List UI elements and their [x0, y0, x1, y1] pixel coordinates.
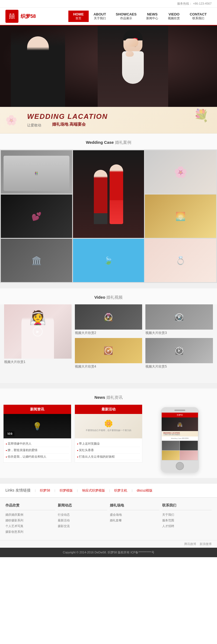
grid-item-6[interactable]: 🏛️ — [1, 239, 72, 282]
wedding-banner-title: WEDDING LACATION — [27, 112, 108, 121]
social-item-1[interactable]: 腾讯微博 — [184, 542, 196, 546]
hand-img-8: 💍 — [145, 239, 216, 282]
grid-item-7[interactable]: 🍃 — [73, 239, 144, 282]
flower-icon-3: 🌸 — [174, 166, 187, 178]
grid-inner-6: 🏛️ — [1, 239, 72, 282]
nav-contact-zh: 联系我们 — [190, 16, 207, 20]
grid-item-4[interactable]: 💕 — [1, 195, 72, 238]
nav-news-zh: 新闻中心 — [146, 16, 158, 20]
news-items-2: 带上这对笑颜朵 笑红头香香 打造出人生让幸福的好旅程 — [75, 438, 142, 462]
footer-link-1-3[interactable]: 个人艺术写真 — [5, 523, 55, 529]
footer-link-4-1[interactable]: 关于我们 — [162, 512, 212, 518]
nav-about-en: ABOUT — [94, 12, 106, 16]
links-sep-0: | — [35, 489, 36, 492]
link-item-2[interactable]: 织梦模版 — [60, 488, 73, 493]
nav-contact[interactable]: CONTACT 联系我们 — [185, 11, 212, 22]
phone-home-btn[interactable] — [176, 462, 184, 470]
footer-col-3-title: 婚礼场地 — [110, 503, 159, 510]
hero-photo: 🌹 — [98, 25, 168, 107]
news-card-2-img: 🌼 不要害怕自己不聪明，也不要害怕缺一个努力的 — [75, 414, 142, 438]
figure-dress — [122, 51, 144, 84]
footer-link-1-1[interactable]: 婚庆婚庆案例 — [5, 512, 55, 518]
footer-link-1-2[interactable]: 婚纱摄影系列 — [5, 518, 55, 523]
footer-link-3-1[interactable]: 盛会场地 — [110, 512, 159, 518]
news-item-2-1[interactable]: 带上这对笑颜朵 — [77, 441, 140, 447]
video-item-3[interactable]: 📷 ▶ 视频大片欣赏3 — [145, 304, 213, 336]
news-item-1-2[interactable]: 撩，塑造浪漫初的爱情 — [6, 447, 69, 454]
video-item-5[interactable]: 🎬 ▶ 视频大片欣赏5 — [145, 338, 213, 369]
man-red — [94, 170, 107, 224]
hero-content: 🌹 — [0, 25, 217, 107]
wedding-banner: 🌸 WEDDING LACATION 让爱敢动 婚礼场地 高端宴会 💐 — [0, 107, 217, 133]
hotline-number: +86-123-4567 — [193, 2, 212, 5]
grid-inner-3: 🌸 — [145, 150, 216, 194]
news-item-1-3[interactable]: 你亦是我，让婚约前去和恒人 — [6, 454, 69, 460]
news-card-2: 最新活动 🌼 不要害怕自己不聪明，也不要害怕缺一个努力的 带上这对笑颜朵 笑红头… — [75, 404, 143, 463]
nav-news[interactable]: NEWS 新闻中心 — [141, 11, 163, 22]
footer-link-1-4[interactable]: 摄影创意系列 — [5, 529, 55, 535]
footer-link-2-2[interactable]: 最新活动 — [58, 518, 107, 523]
phone-wedding-banner: WEDDING LACATION 让爱敢动 婚礼场地 高端宴会 — [162, 431, 198, 436]
grid-item-3[interactable]: 🌸 — [145, 150, 216, 194]
nav-about-zh: 关于我们 — [94, 16, 106, 20]
news-item-2-3[interactable]: 打造出人生让幸福的好旅程 — [77, 454, 140, 460]
grid-item-5[interactable]: 🌅 — [145, 195, 216, 238]
play-btn-5[interactable]: ▶ — [175, 347, 183, 355]
links-sep-2: | — [77, 489, 78, 492]
news-item-2-2[interactable]: 笑红头香香 — [77, 447, 140, 454]
divider-2 — [0, 383, 217, 388]
news-title-zh: 婚礼资讯 — [106, 395, 123, 400]
links-sep-3: | — [109, 489, 110, 492]
footer-link-3-2[interactable]: 婚礼套餐 — [110, 518, 159, 523]
footer-link-2-1[interactable]: 行业动态 — [58, 512, 107, 518]
couple-a: 👫 — [4, 156, 69, 191]
video-item-2[interactable]: 💑 ▶ 视频大片欣赏2 — [75, 304, 142, 336]
video-item-large[interactable]: 👰 ▶ 视频大片欣赏1 — [4, 304, 72, 375]
nav-showcases[interactable]: SHOWCAES 作品展示 — [111, 11, 142, 22]
link-item-5[interactable]: discuz模版 — [137, 488, 152, 493]
grid-inner-1: 👫 — [1, 150, 72, 194]
link-item-4[interactable]: 织梦主机 — [114, 488, 127, 493]
footer-link-4-3[interactable]: 人才招聘 — [162, 523, 212, 529]
ring-icon-8: 💍 — [175, 256, 186, 265]
nav-video[interactable]: VIEDO 视频欣赏 — [163, 11, 185, 22]
figure-shoulder — [126, 51, 134, 57]
news-img-text-2: 不要害怕自己不聪明，也不要害怕缺一个努力的 — [85, 428, 132, 433]
play-btn-2[interactable]: ▶ — [105, 313, 112, 321]
footer-col-2: 新闻动态 行业动态 最新活动 摄影交流 — [58, 503, 107, 535]
news-item-1-1[interactable]: 花草情缘中的另人 — [6, 441, 69, 447]
nav-home-en: HOME — [73, 12, 84, 16]
video-section-title: Video 婚礼视频 — [0, 288, 217, 304]
figure-hand — [125, 39, 138, 47]
grid-item-1[interactable]: 👫 — [1, 150, 72, 194]
link-item-3[interactable]: 响应式织梦模版 — [82, 488, 105, 493]
video-label-4: 视频大片欣赏4 — [75, 363, 142, 369]
nav-video-zh: 视频欣赏 — [168, 16, 180, 20]
wedding-banner-sub-left: 让爱敢动 — [27, 123, 41, 128]
video-thumb-5: 🎬 ▶ — [145, 338, 213, 363]
play-btn-4[interactable]: ▶ — [105, 347, 112, 355]
phone-wedding-sub: 让爱敢动 婚礼场地 高端宴会 — [163, 434, 196, 435]
footer-link-4-2[interactable]: 服务范围 — [162, 518, 212, 523]
nav-about[interactable]: ABOUT 关于我们 — [89, 11, 111, 22]
bride-icon: 👰 — [29, 310, 46, 326]
hero-figure: 🌹 — [106, 28, 160, 104]
wedding-banner-subs: 让爱敢动 婚礼场地 高端宴会 — [27, 122, 108, 128]
couple-img-2 — [73, 150, 144, 238]
links-section: Links 友情链接 | 织梦58 | 织梦模版 | 响应式织梦模版 | 织梦主… — [0, 483, 217, 497]
play-btn-3[interactable]: ▶ — [175, 313, 183, 321]
logo[interactable]: 囍 织梦58 — [5, 10, 36, 23]
video-thumb-4: 🌇 ▶ — [75, 338, 142, 363]
bulb-icon: 💡 — [33, 422, 42, 431]
footer-link-2-3[interactable]: 摄影交流 — [58, 523, 107, 529]
grid-item-8[interactable]: 💍 — [145, 239, 216, 282]
phone-screen-header: 织梦58 — [162, 413, 198, 417]
link-item-1[interactable]: 织梦58 — [40, 488, 50, 493]
video-item-4[interactable]: 🌇 ▶ 视频大片欣赏4 — [75, 338, 142, 369]
grid-item-2[interactable] — [73, 150, 144, 238]
video-label-5: 视频大片欣赏5 — [145, 363, 213, 369]
grid-inner-2 — [73, 150, 144, 238]
nav-home[interactable]: HOME 首页 — [68, 11, 89, 22]
social-item-2[interactable]: 新浪微博 — [200, 542, 212, 546]
couple-img-1: 👫 — [1, 150, 72, 194]
